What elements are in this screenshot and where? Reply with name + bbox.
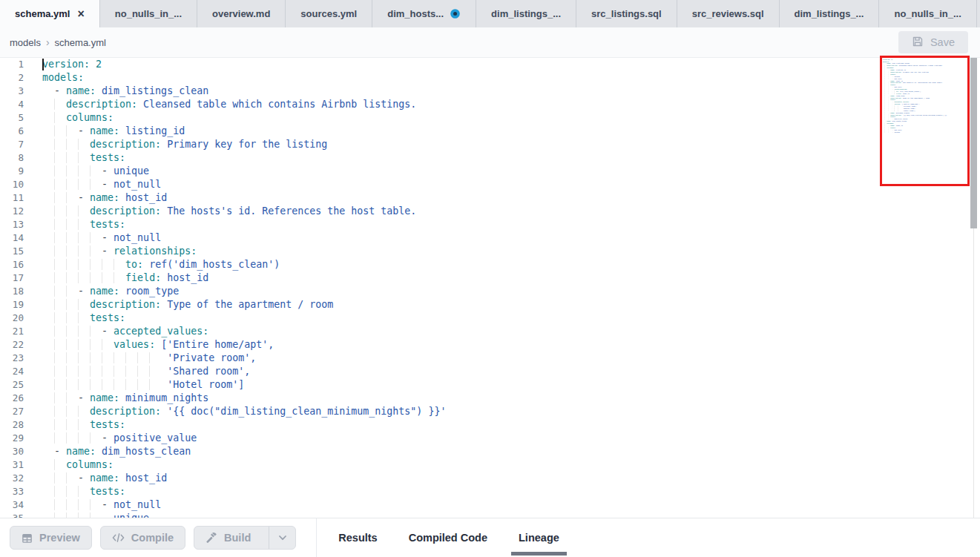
code-line: 13 tests: (0, 218, 980, 231)
line-number: 22 (0, 338, 33, 352)
code-text: - unique (33, 512, 149, 518)
minimap-content: version: 2models: - name: dim_listings_c… (883, 58, 966, 133)
line-number: 6 (0, 125, 33, 138)
code-line: 4 description: Cleansed table which cont… (0, 98, 980, 111)
code-text: models: (33, 71, 84, 85)
code-line: 10 - not_null (0, 178, 980, 191)
line-number: 30 (0, 445, 33, 458)
line-number: 1 (0, 58, 33, 71)
code-text: - not_null (33, 178, 161, 191)
breadcrumb-row: models › schema.yml Save (0, 27, 980, 58)
code-line: 31 columns: (0, 458, 980, 472)
preview-button[interactable]: Preview (10, 526, 92, 550)
code-line: 2models: (0, 71, 980, 85)
result-panel-tabs: ResultsCompiled CodeLineage (323, 518, 575, 557)
line-number: 25 (0, 378, 33, 392)
hammer-icon (205, 532, 217, 544)
code-text: columns: (33, 111, 114, 125)
build-dropdown-button[interactable] (269, 527, 295, 549)
editor-tab-schema-yml[interactable]: schema.yml× (0, 0, 100, 27)
line-number: 11 (0, 191, 33, 205)
tab-list: schema.yml×no_nulls_in_...overview.mdsou… (0, 0, 977, 27)
editor-tab-dim-hosts[interactable]: dim_hosts... (372, 0, 476, 27)
editor-tab-no-nulls-in[interactable]: no_nulls_in_... (879, 0, 976, 27)
code-editor[interactable]: 1version: 22models:3 - name: dim_listing… (0, 58, 980, 518)
line-number: 4 (0, 98, 33, 111)
code-text: field: host_id (33, 271, 208, 285)
code-line: 23 'Private room', (0, 352, 980, 365)
line-number: 5 (0, 111, 33, 125)
code-line: 7 description: Primary key for the listi… (0, 138, 980, 151)
ide-window: schema.yml×no_nulls_in_...overview.mdsou… (0, 0, 980, 557)
editor-scrollbar-thumb[interactable] (970, 58, 977, 228)
code-line: 1version: 2 (0, 58, 980, 71)
code-line: 5 columns: (0, 111, 980, 125)
compile-button[interactable]: Compile (100, 526, 185, 550)
code-line: 29 - positive_value (0, 432, 980, 445)
line-number: 28 (0, 418, 33, 432)
editor-tab-src-listings-sql[interactable]: src_listings.sql (576, 0, 677, 27)
editor-tab-no-nulls-in[interactable]: no_nulls_in_... (100, 0, 197, 27)
line-number: 12 (0, 205, 33, 218)
line-number: 33 (0, 485, 33, 498)
line-number: 31 (0, 458, 33, 472)
editor-tab-dim-listings[interactable]: dim_listings_... (476, 0, 576, 27)
code-text: - name: dim_hosts_clean (33, 445, 191, 458)
code-line: 27 description: '{{ doc("dim_listing_cle… (0, 405, 980, 418)
button-label: Preview (39, 532, 80, 544)
line-number: 20 (0, 312, 33, 325)
code-lines: 1version: 22models:3 - name: dim_listing… (0, 58, 980, 518)
line-number: 18 (0, 285, 33, 298)
editor-tab-src-reviews-sql[interactable]: src_reviews.sql (677, 0, 780, 27)
code-line: 18 - name: room_type (0, 285, 980, 298)
line-number: 23 (0, 352, 33, 365)
code-line: 8 tests: (0, 151, 980, 165)
line-number: 26 (0, 392, 33, 405)
code-text: values: ['Entire home/apt', (33, 338, 274, 352)
code-line: 15 - relationships: (0, 245, 980, 258)
tab-lineage[interactable]: Lineage (511, 518, 567, 557)
line-number: 14 (0, 231, 33, 245)
code-text: - name: room_type (33, 285, 179, 298)
code-text: 'Shared room', (33, 365, 250, 378)
editor-tab-sources-yml[interactable]: sources.yml (286, 0, 372, 27)
line-number: 27 (0, 405, 33, 418)
line-number: 24 (0, 365, 33, 378)
line-number: 34 (0, 498, 33, 512)
breadcrumb-item-models[interactable]: models (10, 37, 41, 48)
tab-label: sources.yml (300, 8, 357, 19)
toolbar-divider (316, 518, 317, 557)
code-text: - accepted_values: (33, 325, 208, 338)
editor-tab-overview-md[interactable]: overview.md (197, 0, 286, 27)
tab-bar: schema.yml×no_nulls_in_...overview.mdsou… (0, 0, 980, 27)
code-line: 14 - not_null (0, 231, 980, 245)
code-line: 12 description: The hosts's id. Referenc… (0, 205, 980, 218)
code-line: 35 - unique (0, 512, 980, 518)
code-text: tests: (33, 218, 125, 231)
toolbar-buttons: PreviewCompileBuild (0, 526, 296, 550)
close-icon[interactable]: × (77, 8, 84, 20)
tab-label: dim_hosts... (387, 8, 444, 19)
code-line: 16 to: ref('dim_hosts_clean') (0, 258, 980, 271)
tab-label: dim_listings_... (491, 8, 561, 19)
save-button[interactable]: Save (898, 31, 968, 53)
code-text: description: Type of the apartment / roo… (33, 298, 333, 312)
code-text: description: '{{ doc("dim_listing_clean_… (33, 405, 446, 418)
line-number: 10 (0, 178, 33, 191)
tab-results[interactable]: Results (331, 518, 384, 557)
code-text: - relationships: (33, 245, 197, 258)
unsaved-changes-icon (450, 8, 461, 19)
code-text: - not_null (33, 231, 161, 245)
line-number: 19 (0, 298, 33, 312)
tab-compiled-code[interactable]: Compiled Code (401, 518, 495, 557)
code-text: 'Hotel room'] (33, 378, 244, 392)
minimap[interactable]: version: 2models: - name: dim_listings_c… (883, 58, 966, 266)
bottom-toolbar: PreviewCompileBuild ResultsCompiled Code… (0, 518, 980, 557)
code-text: - name: minimum_nights (33, 392, 208, 405)
code-text: description: Cleansed table which contai… (33, 98, 416, 111)
editor-tab-dim-listings[interactable]: dim_listings_... (780, 0, 880, 27)
tab-label: dim_listings_... (795, 8, 864, 19)
build-button[interactable]: Build (194, 526, 296, 550)
line-number: 32 (0, 472, 33, 485)
code-line: 25 'Hotel room'] (0, 378, 980, 392)
